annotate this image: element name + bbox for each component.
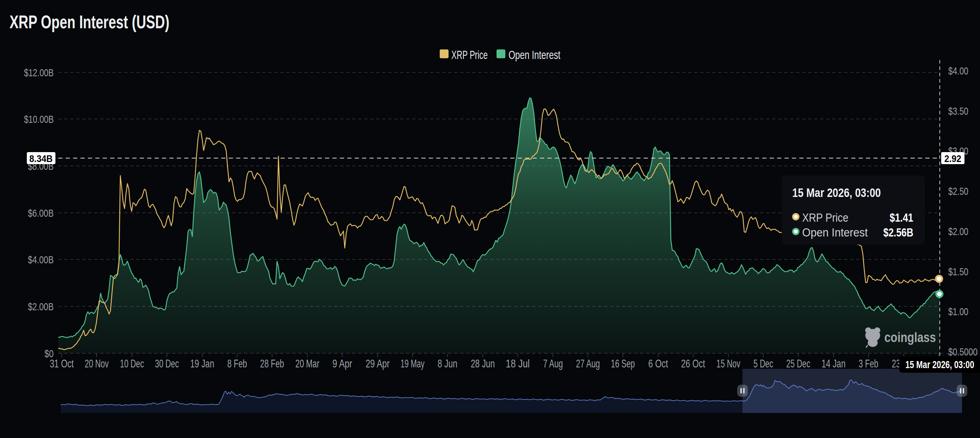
svg-text:27 Aug: 27 Aug [576, 358, 600, 370]
svg-text:16 Sep: 16 Sep [611, 358, 635, 370]
svg-text:XRP Price: XRP Price [802, 211, 848, 224]
svg-text:19 Jan: 19 Jan [190, 358, 214, 370]
svg-text:8.34B: 8.34B [29, 153, 52, 164]
svg-text:29 Apr: 29 Apr [366, 358, 390, 370]
svg-text:coinglass: coinglass [885, 330, 936, 345]
svg-text:28 Jun: 28 Jun [471, 358, 495, 370]
svg-text:20 Mar: 20 Mar [295, 358, 319, 370]
svg-text:15 Nov: 15 Nov [716, 358, 740, 370]
svg-text:6 Oct: 6 Oct [648, 358, 668, 370]
svg-text:$6.00B: $6.00B [28, 207, 54, 219]
svg-text:$3.50: $3.50 [948, 105, 968, 117]
svg-text:$10.00B: $10.00B [24, 113, 54, 125]
svg-text:14 Jan: 14 Jan [821, 358, 846, 370]
svg-text:$2.56B: $2.56B [883, 226, 913, 239]
svg-text:19 May: 19 May [401, 358, 425, 370]
svg-text:30 Dec: 30 Dec [155, 358, 179, 370]
svg-text:XRP Open Interest (USD): XRP Open Interest (USD) [10, 12, 169, 32]
svg-text:8 Feb: 8 Feb [227, 358, 247, 370]
svg-text:25 Dec: 25 Dec [786, 358, 810, 370]
svg-text:$0.5000: $0.5000 [948, 346, 978, 358]
svg-text:$12.00B: $12.00B [24, 67, 54, 78]
svg-text:$1.00: $1.00 [948, 306, 968, 317]
svg-text:15 Mar 2026, 03:00: 15 Mar 2026, 03:00 [792, 186, 881, 199]
svg-text:$1.50: $1.50 [948, 266, 968, 277]
svg-text:Open Interest: Open Interest [509, 48, 560, 61]
svg-text:$2.50: $2.50 [948, 185, 968, 197]
svg-text:18 Jul: 18 Jul [506, 358, 530, 370]
svg-text:9 Apr: 9 Apr [332, 358, 352, 370]
svg-text:7 Aug: 7 Aug [543, 358, 563, 370]
svg-text:$4.00: $4.00 [948, 65, 968, 76]
svg-text:2.92: 2.92 [944, 153, 961, 164]
svg-text:Open Interest: Open Interest [802, 226, 868, 239]
svg-text:$2.00: $2.00 [948, 226, 968, 237]
svg-text:$4.00B: $4.00B [28, 254, 54, 265]
svg-text:5 Dec: 5 Dec [753, 358, 773, 370]
svg-text:26 Oct: 26 Oct [681, 358, 705, 370]
svg-text:$2.00B: $2.00B [28, 301, 54, 312]
svg-text:XRP Price: XRP Price [451, 48, 488, 61]
svg-text:3 Feb: 3 Feb [859, 358, 878, 370]
svg-text:15 Mar 2026, 03:00: 15 Mar 2026, 03:00 [905, 359, 974, 370]
svg-text:8 Jun: 8 Jun [438, 358, 457, 370]
svg-text:28 Feb: 28 Feb [260, 358, 284, 370]
svg-text:31 Oct: 31 Oct [50, 358, 74, 370]
svg-text:$1.41: $1.41 [890, 211, 913, 224]
svg-text:10 Dec: 10 Dec [120, 358, 144, 370]
svg-text:20 Nov: 20 Nov [85, 358, 109, 370]
